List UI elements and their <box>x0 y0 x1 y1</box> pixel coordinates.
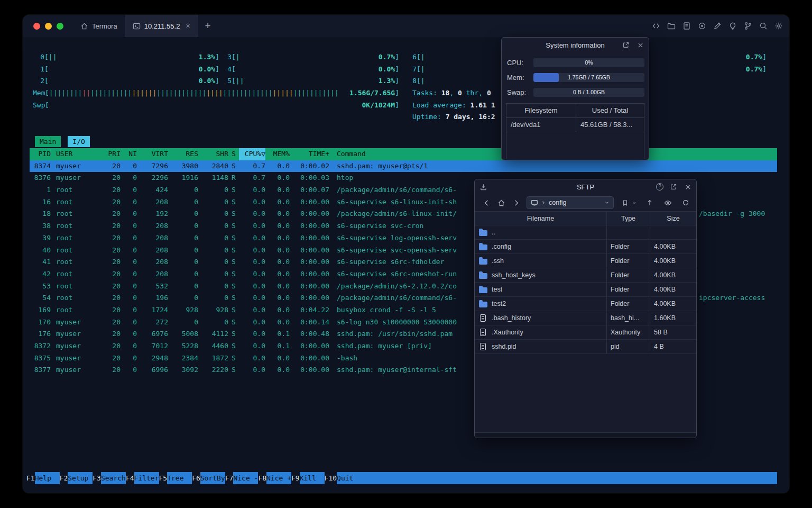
process-time: 0:00.00 <box>290 232 329 244</box>
column-header-res[interactable]: RES <box>168 148 198 160</box>
file-type: Xauthority <box>606 325 650 339</box>
bookmarks-dropdown-button[interactable] <box>631 196 637 209</box>
help-button[interactable]: ? <box>656 183 663 190</box>
meter-bar-segment: |||||||||| <box>90 89 132 97</box>
edit-button[interactable] <box>713 22 722 30</box>
file-row[interactable]: testFolder4.00KB <box>475 283 696 297</box>
process-s: S <box>228 364 239 376</box>
bookmarks-button[interactable] <box>620 196 630 209</box>
process-shr: 0 <box>198 280 228 293</box>
close-panel-button[interactable] <box>684 183 692 191</box>
file-row[interactable]: .. <box>475 225 696 240</box>
tips-button[interactable] <box>728 22 737 30</box>
search-button[interactable] <box>759 22 768 30</box>
column-header-mem[interactable]: MEM% <box>265 148 290 160</box>
file-row[interactable]: .configFolder4.00KB <box>475 240 696 254</box>
bulb-icon <box>728 22 737 30</box>
file-row[interactable]: ssh_host_keysFolder4.00KB <box>475 268 696 283</box>
parent-directory-button[interactable] <box>643 196 656 209</box>
process-virt: 424 <box>137 184 168 196</box>
path-breadcrumb[interactable]: config <box>527 196 614 209</box>
process-virt: 208 <box>137 220 168 232</box>
record-button[interactable] <box>698 22 706 30</box>
htop-tab-main[interactable]: Main <box>35 136 61 147</box>
process-cpu: 0.0 <box>239 256 265 268</box>
branch-button[interactable] <box>744 22 752 30</box>
column-header-s[interactable]: S <box>228 148 239 160</box>
computer-icon <box>531 199 538 206</box>
function-key-help[interactable]: F1Help <box>26 472 60 484</box>
process-mem: 0.0 <box>265 304 290 316</box>
log-button[interactable] <box>682 22 691 30</box>
folder-button[interactable] <box>667 22 676 30</box>
command-overflow: /basedir -g 3000 <box>699 208 765 220</box>
function-key-filter[interactable]: F4Filter <box>126 472 159 484</box>
column-header-ni[interactable]: NI <box>121 148 137 160</box>
meter-open-bracket: [ <box>232 51 236 64</box>
function-key-tree[interactable]: F5Tree <box>159 472 192 484</box>
process-row[interactable]: 8374myuser200729639802840S0.70.00:00.02s… <box>30 160 777 173</box>
process-cpu: 0.0 <box>239 196 265 208</box>
show-hidden-files-button[interactable] <box>661 196 674 209</box>
forward-button[interactable] <box>510 196 522 209</box>
column-header-cpu[interactable]: CPU%▽ <box>239 148 265 160</box>
process-user: myuser <box>51 316 106 329</box>
transfers-button[interactable] <box>479 183 487 191</box>
function-key-kill[interactable]: F9Kill <box>291 472 325 484</box>
memory-progress-bar: 1.75GB / 7.65GB <box>533 73 644 82</box>
file-size: 4.00KB <box>650 283 696 296</box>
function-key-quit[interactable]: F10Quit <box>325 472 362 484</box>
close-panel-button[interactable] <box>636 41 644 49</box>
file-row[interactable]: .sshFolder4.00KB <box>475 254 696 268</box>
process-ni: 0 <box>121 232 137 244</box>
function-key-nice-[interactable]: F8Nice + <box>258 472 291 484</box>
detach-panel-button[interactable] <box>622 41 630 49</box>
minimize-window-button[interactable] <box>45 23 52 30</box>
process-pri: 20 <box>106 364 121 376</box>
horizontal-scrollbar[interactable] <box>475 432 696 438</box>
column-header-user[interactable]: USER <box>51 148 106 160</box>
refresh-button[interactable] <box>679 196 692 209</box>
zoom-window-button[interactable] <box>57 23 63 30</box>
tab-home[interactable]: Termora <box>73 15 125 37</box>
column-header-size[interactable]: Size <box>650 212 696 225</box>
settings-button[interactable] <box>774 22 783 30</box>
process-pid: 18 <box>30 208 51 220</box>
function-key-sortby[interactable]: F6SortBy <box>192 472 225 484</box>
back-button[interactable] <box>480 196 493 209</box>
function-key-nice-[interactable]: F7Nice - <box>225 472 259 484</box>
process-pri: 20 <box>106 220 121 232</box>
column-header-pid[interactable]: PID <box>30 148 51 160</box>
file-icon <box>480 329 486 336</box>
home-directory-button[interactable] <box>495 196 508 209</box>
code-button[interactable] <box>652 22 660 30</box>
file-name-cell: .Xauthority <box>475 329 606 336</box>
process-mem: 0.1 <box>265 328 290 340</box>
new-tab-button[interactable]: + <box>198 15 218 37</box>
column-header-shr[interactable]: SHR <box>198 148 228 160</box>
file-row[interactable]: sshd.pidpid4 B <box>475 340 696 354</box>
file-row[interactable]: .XauthorityXauthority58 B <box>475 325 696 340</box>
column-header-filename[interactable]: Filename <box>475 212 606 225</box>
file-row[interactable]: test2Folder4.00KB <box>475 297 696 311</box>
process-pri: 20 <box>106 244 121 257</box>
file-name: test <box>492 286 502 293</box>
file-size: 58 B <box>650 325 696 339</box>
close-window-button[interactable] <box>33 23 40 30</box>
process-cpu: 0.0 <box>239 304 265 316</box>
fnbar-filler <box>362 472 777 484</box>
column-header-time[interactable]: TIME+ <box>290 148 329 160</box>
function-key-search[interactable]: F3Search <box>93 472 126 484</box>
tab-terminal-session[interactable]: 10.211.55.2 × <box>125 15 198 37</box>
column-header-pri[interactable]: PRI <box>106 148 121 160</box>
column-header-virt[interactable]: VIRT <box>137 148 168 160</box>
cpu-meters-column-2: 3[|0.7%]4[0.0%]5[||1.3%] <box>227 51 399 87</box>
function-key-setup[interactable]: F2Setup <box>60 472 93 484</box>
column-header-type[interactable]: Type <box>606 212 650 225</box>
file-row[interactable]: .bash_historybash_hi...1.60KB <box>475 311 696 325</box>
htop-tab-i-o[interactable]: I/O <box>68 136 89 147</box>
detach-panel-button[interactable] <box>669 183 678 191</box>
tab-close-icon[interactable]: × <box>186 22 190 30</box>
folder-icon <box>479 273 487 279</box>
panel-title: System information <box>546 41 604 49</box>
